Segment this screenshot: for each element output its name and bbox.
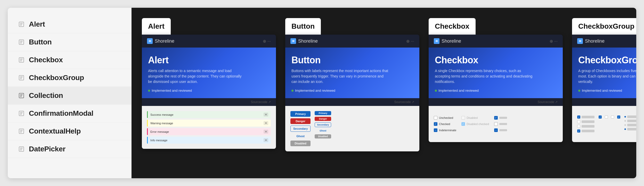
cbg-horiz-3 <box>611 115 614 119</box>
cb-disabled-checked: ✓ <box>461 122 465 126</box>
status-dot-checkbox <box>435 90 437 92</box>
btn-demo-primary-sm[interactable]: Primary <box>315 111 331 115</box>
preview-footer-checkboxgroup: Sourcecode ↗ <box>572 98 636 106</box>
sidebar-item-alert[interactable]: Alert <box>8 16 131 33</box>
cbg-horiz-2 <box>605 115 608 119</box>
sidebar-item-contextualhelp[interactable]: ContextualHelp <box>8 122 131 140</box>
cb-dot-3[interactable]: – <box>494 128 498 132</box>
preview-logo-text-checkboxgroup: Shoreline <box>585 38 605 44</box>
preview-hero-checkbox: Checkbox A single Checkbox represents bi… <box>429 48 563 98</box>
btn-demo-outline[interactable]: Secondary <box>290 126 311 132</box>
btn-demo-ghost-sm[interactable]: Ghost <box>315 129 331 133</box>
sidebar: Alert Button Che <box>8 8 132 178</box>
status-badge-checkboxgroup: Implemented and reviewed <box>578 89 636 92</box>
card-label-checkboxgroup[interactable]: CheckboxGroup <box>572 18 636 35</box>
page-icon <box>18 39 25 45</box>
component-card-checkboxgroup: CheckboxGroup ≋ Shoreline ⊕ ··· Checkbox… <box>572 18 636 142</box>
preview-topbar-checkbox: ≋ Shoreline ⊕ ··· <box>429 35 563 48</box>
btn-col-2: Primary Danger Secondary Ghost Disabled <box>315 111 331 138</box>
hero-desc-alert: Alerts call attention to a semantic mess… <box>148 68 246 84</box>
cbgroup-sect-1: ✓ ✓ <box>577 115 594 133</box>
cb-unchecked[interactable] <box>434 116 437 120</box>
btn-demo-disabled[interactable]: Disabled <box>290 141 311 146</box>
cb-row-disabled-checked: ✓ Disabled checked <box>461 122 489 126</box>
sidebar-item-confirmationmodal[interactable]: ConfirmationModal <box>8 105 131 122</box>
cbgroup-sect-2: ✓ ✓ <box>599 115 620 119</box>
page-icon <box>18 128 25 135</box>
footer-text-alert[interactable]: Sourcecode ↗ <box>251 100 271 104</box>
sidebar-item-datepicker[interactable]: DatePicker <box>8 140 131 158</box>
preview-logo-checkbox: ≋ Shoreline <box>434 38 461 44</box>
sidebar-item-collection[interactable]: Collection <box>8 87 131 105</box>
btn-demo-danger-sm[interactable]: Danger <box>315 117 331 121</box>
preview-logo-checkboxgroup: ≋ Shoreline <box>577 38 605 44</box>
sidebar-item-checkbox[interactable]: Checkbox <box>8 51 131 69</box>
cbg-horiz-box-1[interactable]: ✓ <box>599 115 602 119</box>
cbg-dot-3 <box>624 124 626 126</box>
alert-label-blue: Info message <box>150 139 262 142</box>
cbg-horiz-box-2[interactable] <box>605 115 608 119</box>
cbg-dot-4 <box>624 128 626 130</box>
showcase-button: Primary Danger Secondary Ghost Disabled … <box>285 106 419 151</box>
component-card-button: Button ≋ Shoreline ⊕ ··· Button Buttons … <box>285 18 419 151</box>
cbg-box-1[interactable]: ✓ <box>577 115 580 119</box>
cbg-dot-row-4 <box>624 128 636 130</box>
card-label-alert[interactable]: Alert <box>142 18 171 35</box>
cbg-horiz-box-4[interactable]: ✓ <box>617 115 620 119</box>
cbg-horiz-1: ✓ <box>599 115 602 119</box>
cbg-dot-2 <box>624 120 626 122</box>
cbg-dot-1 <box>624 116 626 118</box>
footer-text-checkbox[interactable]: Sourcecode ↗ <box>538 100 558 104</box>
preview-hero-checkboxgroup: CheckboxGroup A group of Checkboxes incl… <box>572 48 636 98</box>
preview-topbar-alert: ≋ Shoreline ⊕ ··· <box>142 35 276 48</box>
cbg-box-4[interactable]: ✓ <box>577 129 580 133</box>
preview-hero-alert: Alert Alerts call attention to a semanti… <box>142 48 276 98</box>
cb-disabled <box>461 116 465 120</box>
alert-label-yellow: Warning message <box>150 122 262 125</box>
page-icon <box>18 21 25 28</box>
cb-checked[interactable]: ✓ <box>434 122 437 126</box>
component-card-alert: Alert ≋ Shoreline ⊕ ··· Alert Alerts cal… <box>142 18 276 149</box>
preview-logo-text-alert: Shoreline <box>155 38 174 44</box>
cbg-box-3[interactable] <box>577 125 580 128</box>
cb-dot-2[interactable] <box>494 122 498 126</box>
cbg-horiz-box-3[interactable] <box>611 115 614 119</box>
btn-demo-primary[interactable]: Primary <box>290 111 311 117</box>
logo-icon-checkboxgroup: ≋ <box>577 38 583 44</box>
cbg-dot-row-2 <box>624 120 636 122</box>
hero-title-checkbox: Checkbox <box>435 55 557 66</box>
cb-row-checked: ✓ Checked <box>434 122 456 126</box>
card-label-button[interactable]: Button <box>285 18 321 35</box>
alert-row-blue: Info message ✕ <box>147 137 271 144</box>
cb-label-4: Disabled <box>467 116 478 119</box>
topbar-right-alert: ⊕ ··· <box>263 39 271 44</box>
hero-title-checkboxgroup: CheckboxGroup <box>578 55 636 66</box>
btn-demo-outline-sm[interactable]: Secondary <box>315 122 331 127</box>
btn-demo-danger[interactable]: Danger <box>290 118 311 124</box>
status-dot-checkboxgroup <box>578 90 580 92</box>
sidebar-label-datepicker: DatePicker <box>29 145 66 153</box>
card-label-checkbox[interactable]: Checkbox <box>429 18 476 35</box>
sidebar-label-contextualhelp: ContextualHelp <box>29 127 81 135</box>
footer-text-button[interactable]: Sourcecode ↗ <box>394 100 414 104</box>
cbg-dot-line-4 <box>627 128 636 130</box>
hero-desc-button: Buttons with labels represent the most i… <box>291 68 389 84</box>
topbar-right-checkbox: ⊕ ··· <box>550 39 558 44</box>
cbg-line-3 <box>582 125 594 128</box>
alert-row-green: Success message ✕ <box>147 111 271 118</box>
cbg-row-4: ✓ <box>577 129 594 133</box>
status-text-checkboxgroup: Implemented and reviewed <box>582 89 622 92</box>
cbg-row-3 <box>577 125 594 128</box>
sidebar-item-checkboxgroup[interactable]: CheckboxGroup <box>8 69 131 87</box>
btn-demo-ghost[interactable]: Ghost <box>290 133 311 139</box>
btn-demo-disabled-sm[interactable]: Disabled <box>315 134 331 138</box>
sidebar-item-button[interactable]: Button <box>8 33 131 51</box>
cbg-box-2[interactable] <box>577 120 580 123</box>
preview-logo-alert: ≋ Shoreline <box>147 38 174 44</box>
cb-indeterminate[interactable]: – <box>434 128 437 132</box>
cb-dot-1[interactable]: ✓ <box>494 116 498 120</box>
cb-label-3: Indeterminate <box>439 129 456 132</box>
content-area: Alert ≋ Shoreline ⊕ ··· Alert Alerts cal… <box>132 8 636 178</box>
cbg-line-1 <box>582 116 594 118</box>
cbg-dot-row-3 <box>624 124 636 126</box>
